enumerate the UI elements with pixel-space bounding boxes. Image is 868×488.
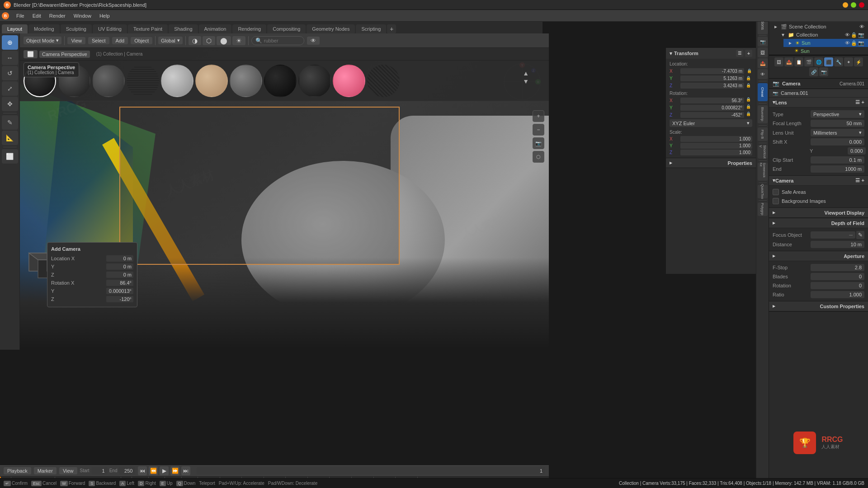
bluestrip-1[interactable]: Cheat xyxy=(758,83,768,101)
tab-modeling[interactable]: Modeling xyxy=(28,24,60,33)
viewport[interactable]: RRCG 人人素材 RRCG 人人素材 ⬜ Camera Perspective… xyxy=(20,48,549,348)
transform-add-btn[interactable]: + xyxy=(745,50,752,57)
coll-lock-icon[interactable]: 🔒 xyxy=(851,32,857,38)
outliner-eye-icon[interactable]: 👁 xyxy=(859,24,864,29)
location-y-field[interactable]: 5.1263 m xyxy=(680,75,744,81)
coll-eye-icon[interactable]: 👁 xyxy=(845,32,850,38)
location-z-field[interactable]: 3.4243 m xyxy=(680,83,744,89)
cursor-tool[interactable]: ⊕ xyxy=(2,35,18,50)
zoom-in-btn[interactable]: + xyxy=(533,110,544,122)
viewport-editor-type[interactable]: ⬜ xyxy=(24,50,38,58)
search-box[interactable]: 🔍 xyxy=(251,36,304,45)
transform-header[interactable]: ▾ Transform ☰ + xyxy=(666,48,756,59)
object-menu[interactable]: Object xyxy=(131,37,152,44)
material-scroll-up[interactable]: ▲ xyxy=(523,70,529,77)
safe-areas-checkbox[interactable] xyxy=(773,189,779,195)
start-frame[interactable]: 1 xyxy=(91,467,108,474)
menu-render[interactable]: Render xyxy=(46,12,69,19)
end-frame[interactable]: 250 xyxy=(119,467,135,474)
camera-section-header[interactable]: ▾ Camera ☰ + xyxy=(769,176,868,186)
skip-start-btn[interactable]: ⏮ xyxy=(138,466,147,475)
viewport-display-header[interactable]: ▸ Viewport Display xyxy=(769,208,868,218)
rot-z-lock[interactable]: 🔒 xyxy=(746,112,752,118)
sun-render-icon[interactable]: 📷 xyxy=(858,40,864,46)
dof-section-header[interactable]: ▸ Depth of Field xyxy=(769,218,868,228)
render-props-btn[interactable]: 🖼 xyxy=(774,57,783,66)
output-icon-btn[interactable]: 📤 xyxy=(758,58,768,68)
screensck[interactable]: Screensck Ke xyxy=(758,163,768,181)
camera-icon-btn[interactable]: 📷 xyxy=(758,37,768,47)
material-ball-4[interactable] xyxy=(127,65,159,97)
timeline-view-menu[interactable]: View xyxy=(59,467,77,474)
shift-y-value[interactable]: 0.000 xyxy=(848,147,866,155)
shortcut-v[interactable]: Shortcut V xyxy=(758,145,768,159)
next-keyframe-btn[interactable]: ⏩ xyxy=(170,466,179,475)
tab-layout[interactable]: Layout xyxy=(2,24,28,33)
tab-geometry-nodes[interactable]: Geometry Nodes xyxy=(307,24,355,33)
loc-x-lock[interactable]: 🔒 xyxy=(746,68,752,74)
loc-y-value[interactable]: 0 m xyxy=(106,263,133,270)
material-ball-11[interactable] xyxy=(367,65,400,97)
object-mode-dropdown[interactable]: Object Mode ▾ xyxy=(24,37,61,44)
loc-y-lock[interactable]: 🔒 xyxy=(746,75,752,81)
prev-keyframe-btn[interactable]: ⏪ xyxy=(149,466,158,475)
constraints-props-btn[interactable]: 🔗 xyxy=(809,67,818,76)
menu-help[interactable]: Help xyxy=(96,12,113,19)
menu-window[interactable]: Window xyxy=(70,12,95,19)
loc-x-value[interactable]: 0 m xyxy=(106,255,133,262)
visibility-btn[interactable]: 👁 xyxy=(307,37,320,45)
shift-x-value[interactable]: 0.000 xyxy=(811,138,864,145)
render-icon-btn[interactable]: 🖼 xyxy=(758,47,768,57)
menu-logo[interactable]: B xyxy=(2,12,9,19)
view-menu[interactable]: View xyxy=(67,37,85,44)
physics-props-btn[interactable]: ⚡ xyxy=(854,57,863,66)
scale-z-field[interactable]: 1.000 xyxy=(680,150,752,155)
tab-compositing[interactable]: Compositing xyxy=(267,24,306,33)
tab-sculpting[interactable]: Sculpting xyxy=(61,24,92,33)
custom-props-header[interactable]: ▸ Custom Properties xyxy=(769,301,868,311)
zoom-out-btn[interactable]: − xyxy=(533,124,544,136)
object-props-btn[interactable]: ⬛ xyxy=(824,57,833,66)
move-tool[interactable]: ↔ xyxy=(2,51,18,65)
location-x-field[interactable]: -7.4703 m xyxy=(680,68,744,74)
blades-value[interactable]: 0 xyxy=(811,273,864,280)
material-scroll-down[interactable]: ▼ xyxy=(523,78,529,85)
scene-props-btn[interactable]: 🎬 xyxy=(804,57,813,66)
properties-section-header[interactable]: ▸ Properties xyxy=(666,158,756,168)
polygrp[interactable]: Polygrp xyxy=(758,202,768,216)
sun-eye-icon[interactable]: 👁 xyxy=(845,40,850,46)
outliner-collection[interactable]: ▾ 📁 Collection 👁 🔒 📷 xyxy=(776,31,868,39)
type-dropdown[interactable]: Perspective ▾ xyxy=(811,110,864,118)
quicktoo[interactable]: QuickToo xyxy=(758,185,768,198)
material-ball-5[interactable] xyxy=(161,65,193,97)
transform-tool[interactable]: ✥ xyxy=(2,97,18,111)
cam-add-btn[interactable]: + xyxy=(862,178,864,183)
playback-menu[interactable]: Playback xyxy=(4,467,31,474)
coll-render-icon[interactable]: 📷 xyxy=(858,32,864,38)
tab-texture-paint[interactable]: Texture Paint xyxy=(128,24,168,33)
search-input[interactable] xyxy=(264,38,300,43)
distance-value[interactable]: 10 m xyxy=(811,241,864,248)
material-ball-8[interactable] xyxy=(264,65,297,97)
material-ball-6[interactable] xyxy=(195,65,228,97)
loc-z-lock[interactable]: 🔒 xyxy=(746,82,752,89)
focus-object-value[interactable]: ─ xyxy=(811,231,855,239)
minimize-button[interactable] xyxy=(843,2,848,8)
fstop-value[interactable]: 2.8 xyxy=(811,264,864,271)
rotation-z-field[interactable]: -452° xyxy=(680,112,744,118)
viewport-overlay-btn[interactable]: ◑ xyxy=(189,36,201,45)
rotation-y-field[interactable]: 0.000822° xyxy=(680,105,744,111)
add-workspace-button[interactable]: + xyxy=(387,24,396,33)
lens-unit-dropdown[interactable]: Millimeters ▾ xyxy=(811,129,864,136)
focal-length-value[interactable]: 50 mm xyxy=(811,120,864,127)
safe-areas-label[interactable]: Safe Areas xyxy=(782,189,806,195)
camera-perspective-label[interactable]: Camera Perspective xyxy=(39,51,90,58)
transform-list-btn[interactable]: ☰ xyxy=(736,50,743,57)
scale-tool[interactable]: ⤢ xyxy=(2,81,18,96)
object-data-props-btn[interactable]: 📷 xyxy=(819,67,828,76)
ratio-value[interactable]: 1.000 xyxy=(811,291,864,298)
rot-y-value[interactable]: 0.000013° xyxy=(106,288,133,294)
focus-object-picker[interactable]: ✎ xyxy=(856,231,864,239)
rendered-preview-btn[interactable]: ☀ xyxy=(232,36,245,45)
tab-scripting[interactable]: Scripting xyxy=(356,24,386,33)
